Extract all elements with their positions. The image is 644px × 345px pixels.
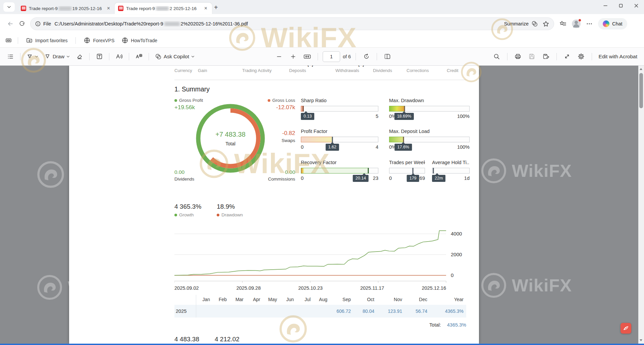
back-button[interactable] <box>5 18 16 29</box>
refresh-icon <box>19 21 25 27</box>
zoom-in-button[interactable] <box>287 51 299 63</box>
translate-button[interactable] <box>133 51 145 63</box>
search-document-button[interactable] <box>491 51 502 63</box>
tab-close-icon[interactable]: × <box>203 5 209 11</box>
metric-gauges: Sharp Ratio 5 0.13 Max. Drawdown 0%100% … <box>301 98 470 186</box>
legend-dividends: 0.00 Dividends <box>174 168 194 182</box>
gauge-value-tag: 1.62 <box>325 144 339 151</box>
file-scheme-label: File <box>43 21 51 26</box>
tab-search-button[interactable] <box>3 2 15 12</box>
zoom-out-button[interactable] <box>273 51 285 63</box>
account-stats-row: USDCurrency 4 365.3%Gain 41.27%Trading A… <box>174 66 466 77</box>
text-box-icon <box>96 53 103 60</box>
green-dot <box>174 214 177 216</box>
tab-close-icon[interactable]: × <box>106 5 111 11</box>
profile-avatar[interactable] <box>572 19 581 28</box>
page-view-icon <box>384 53 391 60</box>
favorite-forexvps[interactable]: ForexVPS <box>82 36 116 45</box>
summarize-button[interactable]: Summarize <box>504 20 538 27</box>
browser-tab-1[interactable]: Trade report-919 2025-12-16 × <box>17 3 115 14</box>
rotate-button[interactable] <box>361 51 372 63</box>
refresh-button[interactable] <box>16 18 28 29</box>
favorites-bar-icon[interactable] <box>559 20 567 27</box>
favorite-label: Import favorites <box>35 38 67 43</box>
balance-stat: 4 483.38 Balance <box>174 336 199 344</box>
gauge-value-tag: 0.13 <box>301 113 314 120</box>
pdf-page: USDCurrency 4 365.3%Gain 41.27%Trading A… <box>69 66 479 344</box>
legend-gross-loss: Gross Loss -12.07k <box>268 98 295 111</box>
balance-equity-summary: 4 483.38 Balance 4 212.02 Equity <box>174 336 466 344</box>
toc-icon <box>7 54 13 60</box>
info-icon[interactable] <box>35 21 41 26</box>
print-icon <box>515 53 521 60</box>
pdf-viewer[interactable]: USDCurrency 4 365.3%Gain 41.27%Trading A… <box>0 66 644 344</box>
copilot-chat-button[interactable]: Chat <box>598 18 627 29</box>
gauge-value-tag: 17.6% <box>395 144 412 151</box>
browser-tab-2-active[interactable]: Trade report-92 2025-12-16 × <box>115 3 212 14</box>
growth-line-chart: 020004000 <box>174 222 468 283</box>
acrobat-fab-button[interactable] <box>621 323 631 334</box>
taskbar-edge <box>0 344 644 345</box>
maximize-button[interactable] <box>613 0 629 11</box>
edit-with-acrobat-button[interactable]: Edit with Acrobat <box>597 51 639 63</box>
back-arrow-icon <box>7 21 13 27</box>
highlight-button[interactable] <box>24 51 40 63</box>
copilot-color-icon <box>603 20 609 27</box>
stat-credit: 0.00Credit <box>447 66 466 73</box>
page-number-input[interactable] <box>323 51 340 62</box>
pdf-file-icon <box>21 6 26 11</box>
fit-width-icon <box>304 54 311 60</box>
settings-menu-icon[interactable] <box>586 20 593 27</box>
read-aloud-button[interactable] <box>113 51 125 63</box>
pdf-settings-button[interactable] <box>576 51 587 63</box>
table-of-contents-button[interactable] <box>5 51 16 63</box>
gear-icon <box>578 53 584 60</box>
donut-center-total: +7 483.38 Total <box>192 100 269 177</box>
monthly-returns-table: Jan Feb Mar Apr May Jun Jul Aug Sep Oct … <box>174 295 466 318</box>
import-folder-icon <box>26 37 33 44</box>
scroll-down-arrow[interactable] <box>640 339 642 341</box>
divider <box>89 53 90 60</box>
scroll-up-arrow[interactable] <box>640 68 642 70</box>
favorite-import-favorites[interactable]: Import favorites <box>24 36 69 45</box>
gauge-sharp-ratio: Sharp Ratio 5 0.13 <box>301 98 378 124</box>
edit-with-acrobat-label: Edit with Acrobat <box>599 54 637 60</box>
stat-deposits: 500.00 (1)Deposits <box>289 66 335 73</box>
close-window-button[interactable] <box>629 0 644 11</box>
fit-to-width-button[interactable] <box>302 51 313 63</box>
fullscreen-button[interactable] <box>561 51 573 63</box>
scrollbar-thumb[interactable] <box>639 73 643 108</box>
table-year-label: 2025 <box>174 305 196 318</box>
draw-button[interactable]: Draw <box>42 51 72 63</box>
page-view-button[interactable] <box>382 51 393 63</box>
copilot-icon <box>155 53 162 60</box>
section-title: 1. Summary <box>174 85 466 93</box>
new-tab-button[interactable]: + <box>214 4 218 11</box>
address-bar[interactable]: File C:/Users/Administrator/Desktop/Trad… <box>30 17 554 30</box>
save-as-button[interactable] <box>540 51 552 63</box>
chart-x-axis-labels: 2025.09.022025.09.282025.10.232025.11.17… <box>174 285 446 291</box>
table-total-row: Total: 4365.3% <box>174 322 466 328</box>
add-text-button[interactable] <box>94 51 105 63</box>
ask-copilot-button[interactable]: Ask Copilot <box>153 51 197 63</box>
collections-icon[interactable] <box>5 37 12 44</box>
svg-text:2000: 2000 <box>451 252 462 257</box>
pdf-toolbar: Draw Ask Copilot <box>0 48 644 66</box>
favorite-howtotrade[interactable]: HowToTrade <box>120 36 159 45</box>
vertical-scrollbar[interactable] <box>638 66 644 344</box>
minimize-button[interactable] <box>598 0 613 11</box>
print-button[interactable] <box>512 51 524 63</box>
profit-loss-donut: +7 483.38 Total Gross Profit +19.56k Gro… <box>174 98 295 186</box>
search-icon <box>493 53 500 60</box>
copilot-icon <box>531 20 538 27</box>
browser-window: Trade report-919 2025-12-16 × Trade repo… <box>0 0 644 345</box>
summarize-label: Summarize <box>504 21 529 26</box>
favorite-star-icon[interactable] <box>543 21 549 27</box>
plus-icon <box>290 54 296 59</box>
save-button[interactable] <box>526 51 538 63</box>
chevron-down-icon <box>35 55 38 58</box>
save-icon <box>529 53 535 60</box>
erase-button[interactable] <box>74 51 85 63</box>
tab-title: Trade report-919 2025-12-16 <box>29 6 103 11</box>
chevron-down-icon <box>7 5 11 9</box>
